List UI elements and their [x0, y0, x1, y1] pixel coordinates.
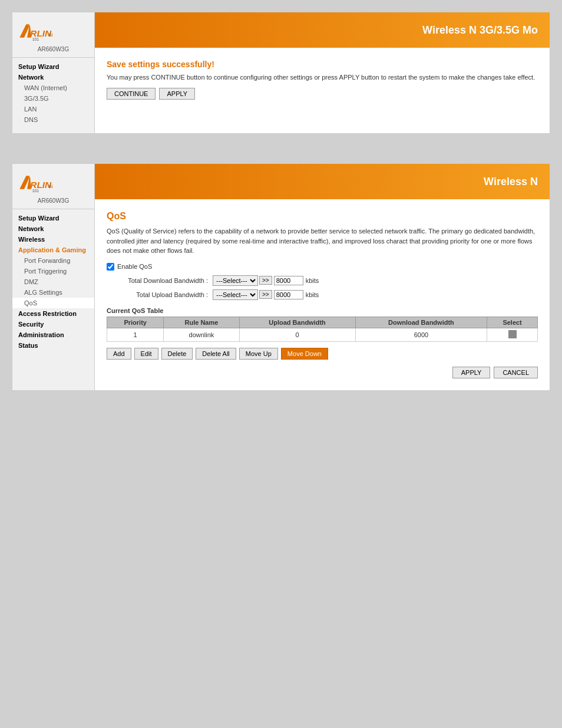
- qos-table: Priority Rule Name Upload Bandwidth Down…: [107, 317, 538, 342]
- row-select[interactable]: [487, 328, 538, 341]
- nav-qos-2[interactable]: QoS: [12, 298, 94, 308]
- row-rule-name: downlink: [164, 328, 239, 341]
- col-priority: Priority: [107, 317, 164, 328]
- move-down-button[interactable]: Move Down: [281, 348, 328, 360]
- svg-text:®: ®: [48, 185, 51, 189]
- logo-panel1: RLINK ® 101: [12, 17, 94, 45]
- header-bar-1: Wireless N 3G/3.5G Mo: [95, 12, 550, 48]
- apply-row: APPLY CANCEL: [107, 367, 538, 378]
- upload-bw-row: Total Upload Bandwidth : ---Select--- >>…: [107, 289, 538, 300]
- nav-admin-2[interactable]: Administration: [12, 330, 94, 340]
- row-select-icon[interactable]: [508, 330, 517, 338]
- header-title-1: Wireless N 3G/3.5G Mo: [422, 24, 538, 37]
- sidebar-panel1: RLINK ® 101 AR660W3G Setup Wizard Networ…: [12, 12, 95, 133]
- qos-form: Enable QoS Total Download Bandwidth : --…: [107, 263, 538, 300]
- spacer: [12, 140, 550, 157]
- nav-status-2[interactable]: Status: [12, 340, 94, 351]
- nav-3g-1[interactable]: 3G/3.5G: [12, 93, 94, 104]
- row-download-bw: 6000: [355, 328, 487, 341]
- download-bw-row: Total Download Bandwidth : ---Select--- …: [107, 275, 538, 286]
- col-select: Select: [487, 317, 538, 328]
- nav-network-2[interactable]: Network: [12, 223, 94, 234]
- header-title-2: Wireless N: [484, 176, 538, 188]
- nav-panel2: Setup Wizard Network Wireless Applicatio…: [12, 209, 94, 354]
- content-area-2: QoS QoS (Quality of Service) refers to t…: [95, 199, 550, 390]
- nav-panel1: Setup Wizard Network WAN (Internet) 3G/3…: [12, 58, 94, 129]
- enable-qos-row: Enable QoS: [107, 263, 538, 271]
- save-success-title: Save settings successfully!: [107, 60, 538, 69]
- nav-setup-wizard-2[interactable]: Setup Wizard: [12, 213, 94, 223]
- delete-button[interactable]: Delete: [161, 348, 193, 360]
- save-btn-row: CONTINUE APPLY: [107, 88, 538, 100]
- table-row: 1 downlink 0 6000: [107, 328, 538, 341]
- upload-bw-unit: kbits: [306, 291, 319, 298]
- download-bw-arrow[interactable]: >>: [259, 276, 272, 285]
- move-up-button[interactable]: Move Up: [239, 348, 278, 360]
- qos-apply-button[interactable]: APPLY: [452, 367, 491, 378]
- nav-wan-1[interactable]: WAN (Internet): [12, 83, 94, 93]
- row-upload-bw: 0: [239, 328, 355, 341]
- save-success-desc: You may press CONTINUE button to continu…: [107, 74, 538, 81]
- row-priority: 1: [107, 328, 164, 341]
- nav-network-1[interactable]: Network: [12, 72, 94, 83]
- logo-panel2: RLINK ® 101: [12, 169, 94, 196]
- delete-all-button[interactable]: Delete All: [196, 348, 236, 360]
- sidebar-panel2: RLINK ® 101 AR660W3G Setup Wizard Networ…: [12, 164, 95, 390]
- nav-wireless-2[interactable]: Wireless: [12, 234, 94, 245]
- download-bw-unit: kbits: [306, 277, 319, 284]
- airlink-logo-2: RLINK ® 101: [17, 172, 52, 193]
- qos-description: QoS (Quality of Service) refers to the c…: [107, 226, 538, 256]
- col-rule-name: Rule Name: [164, 317, 239, 328]
- apply-button-1[interactable]: APPLY: [159, 88, 195, 100]
- airlink-logo-1: RLINK ® 101: [17, 21, 52, 41]
- download-bw-input[interactable]: [274, 276, 303, 285]
- nav-alg-2[interactable]: ALG Settings: [12, 287, 94, 298]
- main-panel1: Wireless N 3G/3.5G Mo Save settings succ…: [95, 12, 550, 133]
- download-bw-label: Total Download Bandwidth :: [107, 277, 213, 284]
- nav-access-2[interactable]: Access Restriction: [12, 308, 94, 319]
- model-label-1: AR660W3G: [12, 45, 94, 58]
- qos-section-title: QoS: [107, 211, 538, 222]
- upload-bw-input[interactable]: [274, 290, 303, 299]
- upload-bw-label: Total Upload Bandwidth :: [107, 291, 213, 298]
- nav-porttrig-2[interactable]: Port Triggering: [12, 266, 94, 276]
- nav-security-2[interactable]: Security: [12, 319, 94, 330]
- svg-text:101: 101: [32, 189, 39, 193]
- qos-table-label: Current QoS Table: [107, 307, 538, 314]
- nav-appgaming-2[interactable]: Application & Gaming: [12, 245, 94, 255]
- enable-qos-checkbox[interactable]: [107, 263, 114, 271]
- nav-dmz-2[interactable]: DMZ: [12, 276, 94, 287]
- svg-text:101: 101: [32, 37, 39, 41]
- content-area-1: Save settings successfully! You may pres…: [95, 48, 550, 133]
- nav-portfwd-2[interactable]: Port Forwarding: [12, 255, 94, 266]
- continue-button[interactable]: CONTINUE: [107, 88, 156, 100]
- edit-button[interactable]: Edit: [134, 348, 158, 360]
- svg-text:®: ®: [48, 33, 51, 37]
- upload-bw-select[interactable]: ---Select---: [213, 289, 258, 300]
- nav-dns-1[interactable]: DNS: [12, 114, 94, 125]
- enable-qos-label: Enable QoS: [117, 263, 152, 270]
- model-label-2: AR660W3G: [12, 196, 94, 209]
- table-btn-row: Add Edit Delete Delete All Move Up Move …: [107, 348, 538, 360]
- download-bw-select[interactable]: ---Select---: [213, 275, 258, 286]
- col-download-bw: Download Bandwidth: [355, 317, 487, 328]
- main-panel2: Wireless N QoS QoS (Quality of Service) …: [95, 164, 550, 390]
- qos-cancel-button[interactable]: CANCEL: [494, 367, 538, 378]
- nav-lan-1[interactable]: LAN: [12, 104, 94, 114]
- add-button[interactable]: Add: [107, 348, 131, 360]
- header-bar-2: Wireless N: [95, 164, 550, 199]
- col-upload-bw: Upload Bandwidth: [239, 317, 355, 328]
- nav-setup-wizard-1[interactable]: Setup Wizard: [12, 61, 94, 72]
- upload-bw-arrow[interactable]: >>: [259, 290, 272, 299]
